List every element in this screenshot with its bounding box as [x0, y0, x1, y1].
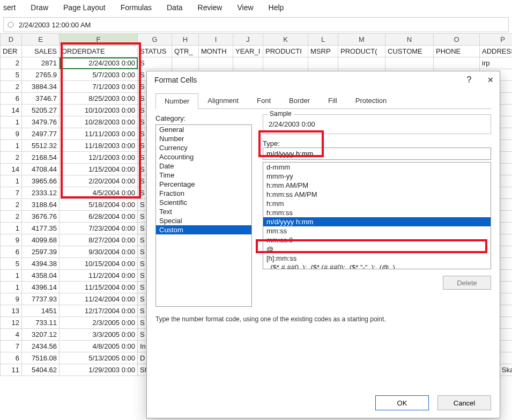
col-header-N[interactable]: N: [385, 34, 434, 46]
cell[interactable]: 3479.76: [22, 116, 60, 128]
cell[interactable]: 733.11: [22, 317, 60, 329]
cell[interactable]: 2: [1, 199, 22, 211]
cell[interactable]: 14: [1, 105, 22, 116]
cell[interactable]: 11/2/2004 0:00: [60, 270, 138, 282]
field-header[interactable]: PRODUCT(: [338, 46, 385, 57]
cell[interactable]: 8/27/2004 0:00: [60, 234, 138, 246]
cell[interactable]: 7/1/2003 0:00: [60, 81, 138, 93]
tab-alignment[interactable]: Alignment: [198, 93, 248, 108]
tab-border[interactable]: Border: [280, 93, 319, 108]
col-header-D[interactable]: D: [1, 34, 22, 46]
cell[interactable]: 11/18/2003 0:00: [60, 140, 138, 152]
col-header-G[interactable]: G: [138, 34, 172, 46]
cell[interactable]: 2434.56: [22, 341, 60, 352]
menu-sert[interactable]: sert: [3, 3, 16, 12]
type-item[interactable]: h:mm: [263, 199, 491, 208]
type-item[interactable]: _($* #,##0_);_($* (#,##0);_($* "-"_);_(@…: [263, 263, 491, 269]
col-header-M[interactable]: M: [338, 34, 385, 46]
cell[interactable]: 5/7/2003 0:00: [60, 69, 138, 81]
type-item[interactable]: mmm-yy: [263, 172, 491, 181]
cell[interactable]: 2168.54: [22, 152, 60, 164]
category-item[interactable]: Accounting: [156, 152, 251, 161]
cell[interactable]: 1: [1, 223, 22, 234]
field-header[interactable]: SALES: [22, 46, 60, 57]
cell[interactable]: 3746.7: [22, 93, 60, 105]
cell[interactable]: 12/1/2003 0:00: [60, 152, 138, 164]
cell[interactable]: [233, 57, 263, 69]
menu-data[interactable]: Data: [167, 3, 183, 12]
cell[interactable]: [308, 57, 338, 69]
col-header-I[interactable]: I: [199, 34, 233, 46]
cell[interactable]: 7516.08: [22, 352, 60, 364]
cell[interactable]: 4: [1, 329, 22, 341]
category-item[interactable]: Date: [156, 161, 251, 171]
col-header-K[interactable]: K: [263, 34, 308, 46]
cell[interactable]: 6: [1, 352, 22, 364]
cell[interactable]: 5512.32: [22, 140, 60, 152]
cell[interactable]: 2497.77: [22, 128, 60, 140]
cell[interactable]: 4099.68: [22, 234, 60, 246]
cell[interactable]: 11/15/2004 0:00: [60, 282, 138, 293]
cell[interactable]: 9/30/2004 0:00: [60, 246, 138, 258]
cell[interactable]: 1: [1, 175, 22, 187]
cell[interactable]: 1: [1, 116, 22, 128]
cell[interactable]: 3207.12: [22, 329, 60, 341]
col-header-O[interactable]: O: [434, 34, 480, 46]
cell[interactable]: 7/23/2004 0:00: [60, 223, 138, 234]
type-item[interactable]: mm:ss: [263, 226, 491, 235]
cell[interactable]: 1: [1, 282, 22, 293]
cell[interactable]: 2/24/2003 0:00: [60, 57, 138, 69]
cell[interactable]: 2: [1, 57, 22, 69]
category-item[interactable]: General: [156, 125, 251, 134]
type-item[interactable]: h:mm:ss: [263, 208, 491, 217]
cell[interactable]: 5/13/2005 0:00: [60, 352, 138, 364]
cell[interactable]: 1: [1, 140, 22, 152]
cell[interactable]: 2: [1, 81, 22, 93]
cell[interactable]: [263, 57, 308, 69]
cell[interactable]: 2/20/2004 0:00: [60, 175, 138, 187]
col-header-P[interactable]: P: [480, 34, 513, 46]
cell[interactable]: 7: [1, 341, 22, 352]
cell[interactable]: 12/17/2004 0:00: [60, 305, 138, 317]
cell[interactable]: S: [138, 57, 172, 69]
cell[interactable]: 9: [1, 293, 22, 305]
field-header[interactable]: PHONE: [434, 46, 480, 57]
category-item[interactable]: Fraction: [156, 189, 251, 198]
category-item[interactable]: Special: [156, 216, 251, 225]
field-header[interactable]: QTR_: [172, 46, 199, 57]
menu-review[interactable]: Review: [198, 3, 222, 12]
cell[interactable]: 3884.34: [22, 81, 60, 93]
menu-page-layout[interactable]: Page Layout: [63, 3, 106, 12]
cell[interactable]: 2333.12: [22, 187, 60, 199]
ok-button[interactable]: OK: [375, 395, 429, 410]
category-list[interactable]: GeneralNumberCurrencyAccountingDateTimeP…: [155, 124, 252, 307]
category-item[interactable]: Currency: [156, 143, 251, 152]
cell[interactable]: 4/8/2005 0:00: [60, 341, 138, 352]
type-item[interactable]: h:mm:ss AM/PM: [263, 190, 491, 199]
type-item[interactable]: h:mm AM/PM: [263, 181, 491, 190]
cell[interactable]: 2871: [22, 57, 60, 69]
field-header[interactable]: STATUS: [138, 46, 172, 57]
cell[interactable]: 2/3/2005 0:00: [60, 317, 138, 329]
col-header-L[interactable]: L: [308, 34, 338, 46]
cell[interactable]: 11/11/2003 0:00: [60, 128, 138, 140]
cell[interactable]: 4177.35: [22, 223, 60, 234]
type-item[interactable]: [h]:mm:ss: [263, 254, 491, 263]
cell[interactable]: 7737.93: [22, 293, 60, 305]
cell[interactable]: 9: [1, 234, 22, 246]
cell[interactable]: 7: [1, 187, 22, 199]
field-header[interactable]: YEAR_I: [233, 46, 263, 57]
menu-draw[interactable]: Draw: [31, 3, 48, 12]
cell[interactable]: 10/15/2004 0:00: [60, 258, 138, 270]
cell[interactable]: 3/3/2005 0:00: [60, 329, 138, 341]
cell[interactable]: [172, 57, 199, 69]
help-icon[interactable]: ?: [464, 75, 474, 85]
cell[interactable]: 10/10/2003 0:00: [60, 105, 138, 116]
cell[interactable]: 1: [1, 270, 22, 282]
col-header-J[interactable]: J: [233, 34, 263, 46]
cell[interactable]: 5205.27: [22, 105, 60, 116]
cell[interactable]: 5: [1, 258, 22, 270]
cell[interactable]: 5/18/2004 0:00: [60, 199, 138, 211]
field-header[interactable]: MONTH: [199, 46, 233, 57]
cell[interactable]: 6: [1, 246, 22, 258]
